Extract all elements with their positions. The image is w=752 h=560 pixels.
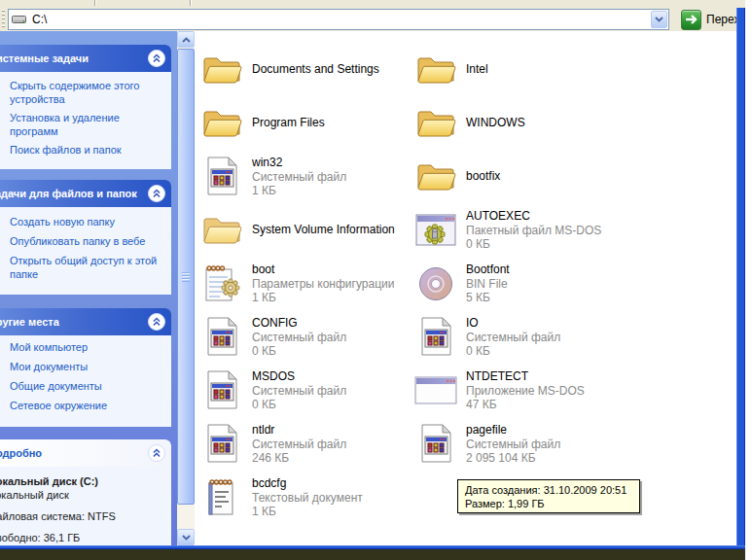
file-name: AUTOEXEC xyxy=(466,209,601,224)
file-item-msdos[interactable]: MSDOS Системный файл 0 КБ xyxy=(199,368,346,412)
file-type: Системный файл xyxy=(252,384,346,398)
file-size: 0 КБ xyxy=(252,344,346,358)
task-link-new-folder[interactable]: Создать новую папку xyxy=(10,215,158,228)
panel-title: Другие места xyxy=(0,316,59,328)
folder-icon xyxy=(413,155,458,197)
file-item-pagefile[interactable]: pagefile Системный файл 2 095 104 КБ xyxy=(413,421,560,466)
panel-system-tasks: Системные задачи Скрыть содержимое этого… xyxy=(0,45,171,169)
system-file-icon xyxy=(199,315,244,358)
address-dropdown-button[interactable] xyxy=(651,11,667,28)
file-name: IO xyxy=(466,316,560,331)
panel-body: Мой компьютер Мои документы Общие докуме… xyxy=(0,335,171,427)
file-item-config[interactable]: CONFIG Системный файл 0 КБ xyxy=(199,314,346,359)
file-name: NTDETECT xyxy=(466,369,585,384)
panel-header-system-tasks[interactable]: Системные задачи xyxy=(0,45,171,72)
file-type: BIN File xyxy=(466,277,510,291)
file-size: 246 КБ xyxy=(252,451,346,465)
file-item-ntldr[interactable]: ntldr Системный файл 246 КБ xyxy=(199,421,346,466)
panel-other-places: Другие места Мой компьютер Мои документы… xyxy=(0,308,171,427)
panel-header-details[interactable]: Подробно xyxy=(0,439,171,467)
scrollbar-thumb[interactable] xyxy=(177,49,195,505)
system-file-icon xyxy=(199,422,244,465)
system-file-icon xyxy=(413,422,458,465)
go-arrow-icon xyxy=(681,10,701,30)
file-size: 0 КБ xyxy=(466,344,560,358)
window-gear-icon xyxy=(413,208,458,251)
tooltip-created-line: Дата создания: 31.10.2009 20:51 xyxy=(465,483,632,497)
file-size: 2 095 104 КБ xyxy=(466,451,560,465)
toolbar-grip[interactable] xyxy=(2,10,5,29)
task-pane: Системные задачи Скрыть содержимое этого… xyxy=(0,31,177,545)
panel-title: Подробно xyxy=(0,447,42,459)
scrollbar-grip xyxy=(182,272,190,282)
file-name: Intel xyxy=(466,62,488,77)
task-link-share-folder[interactable]: Открыть общий доступ к этой папке xyxy=(10,254,158,281)
file-item-autoexec[interactable]: AUTOEXEC Пакетный файл MS-DOS 0 КБ xyxy=(413,207,601,252)
window-app-icon xyxy=(413,368,458,411)
collapse-chevron-icon[interactable] xyxy=(148,444,165,462)
task-link-publish-web[interactable]: Опубликовать папку в вебе xyxy=(10,234,158,248)
panel-body: Скрыть содержимое этого устройства Устан… xyxy=(0,72,171,169)
file-name: WINDOWS xyxy=(466,116,525,130)
file-type: Пакетный файл MS-DOS xyxy=(466,224,601,237)
link-my-computer[interactable]: Мой компьютер xyxy=(10,341,158,354)
panel-header-file-tasks[interactable]: Задачи для файлов и папок xyxy=(0,180,171,207)
file-size: 1 КБ xyxy=(252,184,346,197)
chevron-down-icon xyxy=(655,17,663,22)
file-type: Системный файл xyxy=(466,438,560,451)
file-item-windows[interactable]: WINDOWS xyxy=(413,100,525,145)
panel-body: Локальный диск (C:) Локальный диск Файло… xyxy=(0,467,171,545)
folder-icon xyxy=(413,48,458,90)
file-item-bootfont[interactable]: Bootfont BIN File 5 КБ xyxy=(413,261,510,305)
window-corner xyxy=(736,0,745,8)
task-link-add-remove-programs[interactable]: Установка и удаление программ xyxy=(10,111,158,138)
file-item-boot[interactable]: boot Параметры конфигурации 1 КБ xyxy=(199,261,394,305)
scroll-up-button[interactable] xyxy=(177,31,195,48)
file-name: ntldr xyxy=(252,423,346,438)
file-name: Program Files xyxy=(252,116,325,130)
file-item-bcdcfg[interactable]: bcdcfg Текстовый документ 1 КБ xyxy=(199,474,363,519)
panel-header-other-places[interactable]: Другие места xyxy=(0,308,171,335)
file-type: Системный файл xyxy=(252,170,346,184)
address-bar: C:\ Переход xyxy=(0,6,736,31)
link-shared-documents[interactable]: Общие документы xyxy=(10,380,158,393)
file-list: Documents and Settings Program Files win… xyxy=(195,31,736,545)
panel-title: Задачи для файлов и папок xyxy=(0,188,137,199)
address-text[interactable]: C:\ xyxy=(32,13,651,26)
desktop-strip xyxy=(0,549,745,560)
file-info-tooltip: Дата создания: 31.10.2009 20:51 Размер: … xyxy=(457,479,640,513)
file-item-io[interactable]: IO Системный файл 0 КБ xyxy=(413,314,560,359)
file-item-bootfix[interactable]: bootfix xyxy=(413,154,500,198)
file-size: 0 КБ xyxy=(466,237,601,251)
system-file-icon xyxy=(199,368,244,411)
scroll-down-button[interactable] xyxy=(177,529,195,545)
file-item-ntdetect[interactable]: NTDETECT Приложение MS-DOS 47 КБ xyxy=(413,368,585,412)
file-name: Documents and Settings xyxy=(252,62,379,77)
link-network-places[interactable]: Сетевое окружение xyxy=(10,400,158,412)
address-combobox[interactable]: C:\ xyxy=(8,9,669,30)
task-link-hide-contents[interactable]: Скрыть содержимое этого устройства xyxy=(10,79,158,106)
panel-body: Создать новую папку Опубликовать папку в… xyxy=(0,207,171,295)
tooltip-size-line: Размер: 1,99 ГБ xyxy=(465,497,632,510)
file-name: CONFIG xyxy=(252,316,346,331)
task-link-search[interactable]: Поиск файлов и папок xyxy=(10,143,158,157)
file-item-system-volume-information[interactable]: System Volume Information xyxy=(199,207,395,252)
file-item-documents-and-settings[interactable]: Documents and Settings xyxy=(199,47,379,91)
collapse-chevron-icon[interactable] xyxy=(148,313,165,331)
file-item-intel[interactable]: Intel xyxy=(413,47,488,91)
panel-file-tasks: Задачи для файлов и папок Создать новую … xyxy=(0,180,171,295)
file-item-program-files[interactable]: Program Files xyxy=(199,100,325,145)
folder-icon xyxy=(199,208,244,251)
folder-icon xyxy=(199,48,244,90)
link-my-documents[interactable]: Мои документы xyxy=(10,361,158,373)
file-type: Системный файл xyxy=(252,438,346,451)
collapse-chevron-icon[interactable] xyxy=(148,50,165,67)
file-item-win32[interactable]: win32 Системный файл 1 КБ xyxy=(199,154,346,198)
file-size: 5 КБ xyxy=(466,291,510,304)
file-type: Параметры конфигурации xyxy=(252,277,394,291)
details-line: Свободно: 36,1 ГБ xyxy=(0,531,161,544)
file-type: Системный файл xyxy=(466,331,560,344)
vertical-scrollbar[interactable] xyxy=(177,31,195,545)
collapse-chevron-icon[interactable] xyxy=(148,185,165,202)
window-right-border xyxy=(736,8,745,549)
